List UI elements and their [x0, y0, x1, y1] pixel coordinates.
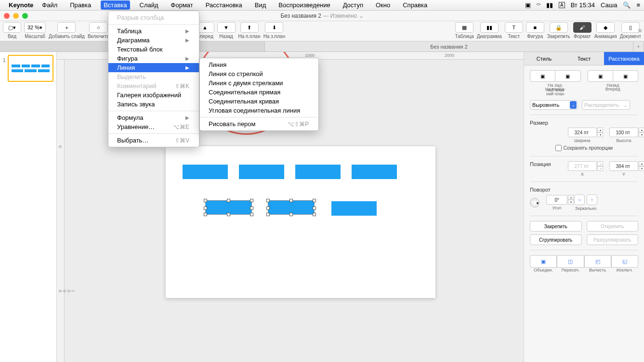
distribute-select[interactable]: Распределить⌄ — [582, 100, 630, 110]
bool-union-button[interactable]: ▣ — [530, 255, 557, 268]
add-slide-button[interactable]: ＋ — [57, 22, 76, 33]
bool-subtract-button[interactable]: ◰ — [584, 255, 611, 268]
input-icon[interactable]: А — [559, 2, 565, 8]
unlock-button[interactable]: Открепить — [587, 221, 639, 232]
view-button[interactable]: ▢▾ — [3, 22, 21, 33]
x-spinner[interactable]: ▴▾ — [597, 161, 603, 171]
menu-play[interactable]: Воспроизведение — [276, 0, 333, 10]
menu-insert[interactable]: Вставка — [101, 0, 130, 10]
ungroup-button[interactable]: Разгруппировать — [587, 234, 639, 245]
y-spinner[interactable]: ▴▾ — [639, 161, 644, 171]
angle-input[interactable]: 0°▴▾ — [546, 195, 567, 205]
menu-help[interactable]: Справка — [400, 0, 430, 10]
submenu-line[interactable]: Линия — [200, 60, 318, 69]
y-input[interactable]: 384 пт▴▾ — [609, 161, 638, 171]
flip-h-button[interactable]: → — [574, 194, 585, 205]
menu-icon[interactable]: ≡ — [636, 1, 640, 9]
shape-rect[interactable] — [331, 201, 377, 216]
spotlight-icon[interactable]: 🔍 — [623, 1, 631, 9]
toolbar-overflow-icon[interactable]: » — [638, 26, 642, 35]
align-select[interactable]: Выровнять⌄ — [530, 100, 578, 110]
menu-choose[interactable]: Выбрать…⇧⌘V — [108, 136, 199, 145]
chart-button[interactable]: ▮▮ — [480, 22, 499, 33]
menu-edit[interactable]: Правка — [67, 0, 94, 10]
shape-rect[interactable] — [352, 165, 397, 179]
table-button[interactable]: ▦ — [455, 22, 473, 33]
height-spinner[interactable]: ▴▾ — [639, 128, 644, 137]
inspector-tab-style[interactable]: Стиль — [524, 52, 564, 65]
menu-table[interactable]: Таблица▶ — [108, 26, 199, 36]
menu-formula[interactable]: Формула▶ — [108, 113, 199, 122]
group-button[interactable]: Сгруппировать — [530, 234, 582, 245]
submenu-line-arrow[interactable]: Линия со стрелкой — [200, 69, 318, 78]
keep-ratio-checkbox[interactable] — [555, 145, 562, 151]
submenu-curved-connector[interactable]: Соединительная кривая — [200, 97, 318, 106]
menu-share[interactable]: Доступ — [340, 0, 366, 10]
user-name[interactable]: Саша — [601, 1, 617, 9]
close-button[interactable] — [4, 13, 10, 19]
menu-window[interactable]: Окно — [373, 0, 393, 10]
tab-doc2[interactable]: Без названия 2 — [265, 41, 633, 52]
shape-rect-selected[interactable] — [205, 200, 252, 215]
shape-rect[interactable] — [295, 165, 341, 179]
lock-button[interactable]: 🔒 — [550, 22, 568, 33]
document-button[interactable]: ▯ — [621, 22, 640, 33]
bool-intersect-button[interactable]: ◫ — [557, 255, 584, 268]
inspector-tab-arrange[interactable]: Расстановка — [604, 52, 644, 65]
menu-column-break[interactable]: Разрыв столбца — [108, 13, 199, 22]
menu-view[interactable]: Вид — [252, 0, 269, 10]
text-button[interactable]: T — [505, 22, 523, 33]
menu-slide[interactable]: Слайд — [137, 0, 161, 10]
back-button[interactable]: ⬇ — [265, 22, 283, 33]
airplay-icon[interactable]: ▣ — [525, 1, 531, 9]
animate-button[interactable]: ◆ — [596, 22, 615, 33]
angle-spinner[interactable]: ▴▾ — [568, 195, 574, 205]
zoom-button[interactable] — [22, 13, 28, 19]
new-tab-button[interactable]: ＋ — [633, 41, 644, 52]
battery-icon[interactable]: ▮▮ — [546, 1, 553, 9]
menu-textbox[interactable]: Текстовый блок — [108, 45, 199, 54]
clock[interactable]: Вт 15:34 — [571, 1, 595, 9]
minimize-button[interactable] — [13, 13, 19, 19]
bring-to-front-button[interactable]: ▣ — [555, 70, 580, 82]
width-spinner[interactable]: ▴▾ — [597, 128, 603, 137]
submenu-draw-pen[interactable]: Рисовать пером⌥⇧⌘P — [200, 119, 318, 129]
enable-button[interactable]: ○ — [89, 22, 107, 33]
width-input[interactable]: 324 пт▴▾ — [568, 128, 597, 137]
submenu-elbow-connector[interactable]: Угловая соединительная линия — [200, 106, 318, 115]
menu-arrange[interactable]: Расстановка — [203, 0, 245, 10]
format-inspector-button[interactable]: 🖌 — [573, 22, 591, 33]
send-to-back-button[interactable]: ▣ — [530, 70, 555, 82]
menu-line[interactable]: Линия▶ — [108, 63, 199, 72]
submenu-straight-connector[interactable]: Соединительная прямая — [200, 88, 318, 97]
menu-equation[interactable]: Уравнение…⌥⌘E — [108, 122, 199, 131]
slide-thumbnail-1[interactable] — [8, 55, 53, 82]
submenu-line-two-arrows[interactable]: Линия с двумя стрелками — [200, 78, 318, 88]
menu-chart[interactable]: Диаграмма▶ — [108, 36, 199, 45]
menu-comment[interactable]: Комментарий⇧⌘K — [108, 81, 199, 90]
lock-button[interactable]: Закрепить — [530, 221, 582, 232]
menu-file[interactable]: Файл — [39, 0, 60, 10]
slide-navigator[interactable]: 1 — [0, 52, 57, 362]
flip-v-button[interactable]: ↑ — [587, 194, 597, 205]
menu-shape[interactable]: Фигура▶ — [108, 54, 199, 63]
app-name[interactable]: Keynote — [9, 1, 33, 9]
shape-rect[interactable] — [239, 165, 284, 179]
shape-rect[interactable] — [183, 165, 228, 179]
x-input[interactable]: 277 пт▴▾ — [568, 161, 597, 171]
zoom-button[interactable]: 32 % ▾ — [24, 22, 46, 33]
menu-audio-record[interactable]: Запись звука — [108, 100, 199, 109]
document-title[interactable]: Без названия 2 — Изменено ⌄ — [280, 13, 363, 19]
rotate-dial[interactable] — [530, 198, 539, 207]
height-input[interactable]: 100 пт▴▾ — [609, 128, 638, 137]
inspector-tab-text[interactable]: Текст — [564, 52, 604, 65]
menu-highlight[interactable]: Выделить — [108, 72, 199, 81]
shape-rect-selected[interactable] — [268, 200, 315, 215]
shape-button[interactable]: ■ — [526, 22, 544, 33]
wifi-icon[interactable]: ⌔ — [537, 1, 540, 9]
backward-button[interactable]: ▼ — [217, 22, 236, 33]
bring-forward-button[interactable]: ▣ — [613, 70, 638, 82]
bool-exclude-button[interactable]: ◱ — [611, 255, 638, 268]
menu-format[interactable]: Формат — [168, 0, 196, 10]
menu-image-gallery[interactable]: Галерея изображений — [108, 90, 199, 100]
